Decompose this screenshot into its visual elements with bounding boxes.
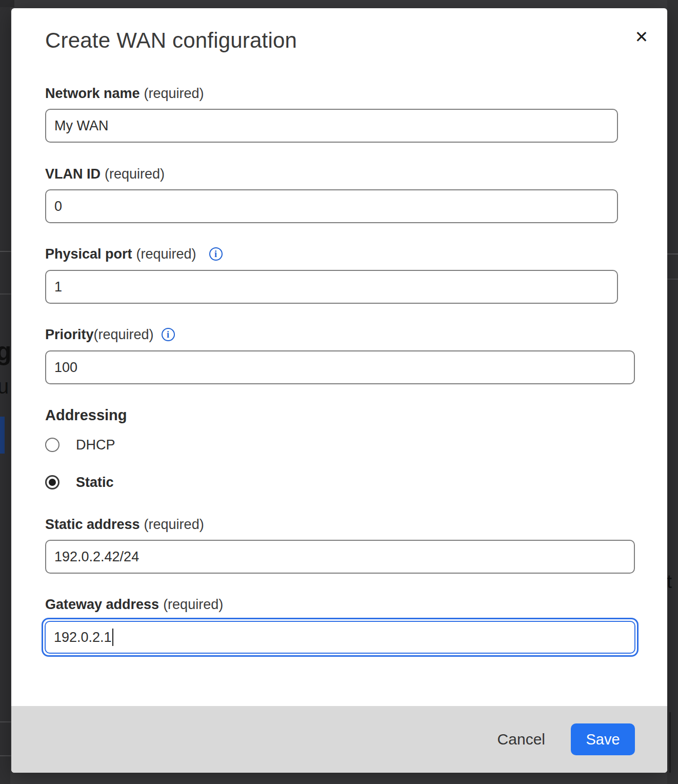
occluded-page-button [0, 417, 5, 454]
gateway-address-input[interactable]: 192.0.2.1 [45, 621, 635, 654]
occluded-page-text: t [667, 573, 672, 591]
physical-port-input[interactable] [45, 270, 618, 304]
network-name-input[interactable] [45, 109, 618, 143]
gateway-address-value: 192.0.2.1 [54, 630, 112, 645]
static-address-input[interactable] [45, 540, 635, 574]
priority-label: Priority [45, 326, 94, 343]
radio-unselected-icon[interactable] [45, 438, 59, 452]
gateway-address-label: Gateway address [45, 596, 159, 613]
screen: g u t l t ✕ Create WAN configuration Net… [0, 0, 678, 784]
field-static-address: Static address (required) [45, 516, 667, 574]
priority-input[interactable] [45, 350, 635, 384]
dialog-footer: Cancel Save [11, 706, 667, 773]
vlan-id-label: VLAN ID [45, 166, 101, 182]
field-label-row: Physical port (required) i [45, 246, 667, 262]
occluded-page-divider [667, 279, 678, 280]
dialog-title: Create WAN configuration [45, 28, 667, 53]
field-network-name: Network name (required) [45, 85, 667, 143]
required-hint: (required) [163, 596, 223, 613]
field-label-row: VLAN ID (required) [45, 166, 667, 182]
gateway-address-focus-ring: 192.0.2.1 [42, 618, 639, 657]
required-hint: (required) [144, 516, 204, 533]
addressing-option-static[interactable]: Static [45, 475, 667, 489]
occluded-page-text: g [0, 339, 12, 364]
occluded-page-divider [669, 712, 671, 773]
occluded-page-corner [0, 0, 14, 7]
field-label-row: Network name (required) [45, 85, 667, 102]
addressing-option-dhcp[interactable]: DHCP [45, 438, 667, 452]
vlan-id-input[interactable] [45, 189, 618, 223]
static-option-label: Static [76, 475, 114, 491]
field-priority: Priority (required) i [45, 326, 667, 384]
info-icon[interactable]: i [209, 247, 223, 261]
occluded-page-text: u [0, 376, 9, 397]
field-vlan-id: VLAN ID (required) [45, 166, 667, 223]
create-wan-dialog: ✕ Create WAN configuration Network name … [11, 8, 667, 773]
occluded-page-divider [667, 253, 678, 254]
text-cursor [112, 629, 113, 646]
dialog-body: ✕ Create WAN configuration Network name … [11, 8, 667, 773]
field-label-row: Static address (required) [45, 516, 667, 533]
occluded-page-divider [0, 721, 11, 722]
radio-selected-icon[interactable] [45, 475, 59, 489]
field-physical-port: Physical port (required) i [45, 246, 667, 304]
physical-port-label: Physical port [45, 246, 132, 262]
dhcp-option-label: DHCP [76, 437, 115, 453]
field-gateway-address: Gateway address (required) 192.0.2.1 [45, 596, 667, 657]
close-button[interactable]: ✕ [631, 27, 652, 47]
addressing-heading: Addressing [45, 406, 667, 424]
info-icon[interactable]: i [162, 328, 175, 341]
required-hint: (required) [105, 166, 165, 182]
required-hint: (required) [94, 326, 154, 343]
occluded-page-divider [0, 293, 11, 295]
occluded-page-divider [0, 251, 11, 252]
cancel-button[interactable]: Cancel [495, 726, 547, 753]
static-address-label: Static address [45, 516, 140, 533]
network-name-label: Network name [45, 85, 140, 102]
save-button[interactable]: Save [571, 723, 635, 755]
close-icon: ✕ [635, 29, 649, 45]
field-label-row: Gateway address (required) [45, 596, 667, 613]
required-hint: (required) [136, 246, 196, 262]
required-hint: (required) [144, 85, 204, 102]
occluded-page-divider [0, 755, 11, 756]
radio-dot [49, 479, 56, 486]
field-label-row: Priority (required) i [45, 326, 667, 343]
